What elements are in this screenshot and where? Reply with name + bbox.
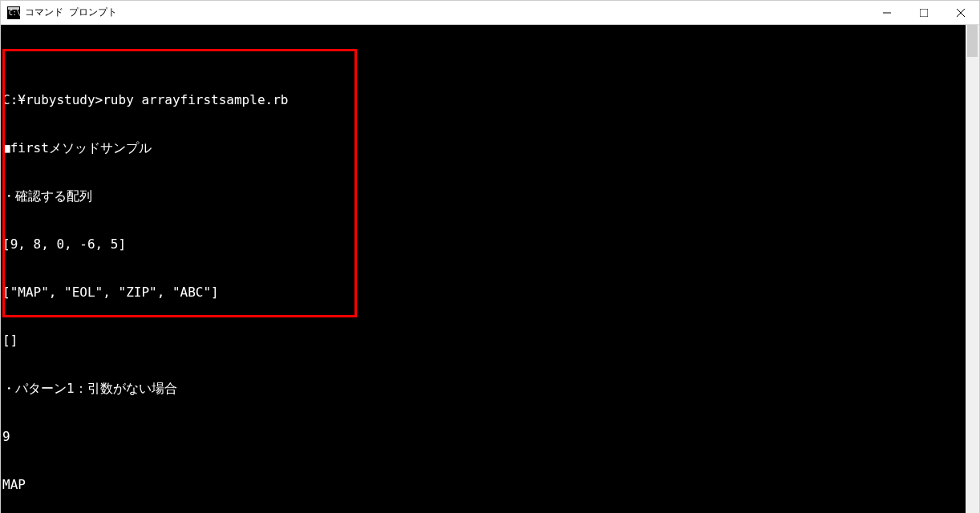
app-icon: C:\	[7, 6, 20, 19]
vertical-scrollbar[interactable]	[966, 25, 979, 513]
close-button[interactable]	[942, 1, 979, 25]
terminal-line: ■firstメソッドサンプル	[2, 140, 966, 156]
terminal-line: ・パターン1：引数がない場合	[2, 381, 966, 397]
terminal-line: []	[2, 333, 966, 349]
terminal-content[interactable]: C:¥rubystudy>ruby arrayfirstsample.rb ■f…	[1, 25, 966, 513]
terminal-area: C:¥rubystudy>ruby arrayfirstsample.rb ■f…	[1, 25, 979, 513]
terminal-line: MAP	[2, 477, 966, 493]
window-title: コマンド プロンプト	[25, 6, 869, 19]
terminal-line: ["MAP", "EOL", "ZIP", "ABC"]	[2, 285, 966, 301]
terminal-line: ・確認する配列	[2, 188, 966, 204]
command-prompt-window: C:\ コマンド プロンプト	[0, 0, 980, 513]
terminal-line: 9	[2, 429, 966, 445]
titlebar[interactable]: C:\ コマンド プロンプト	[1, 1, 979, 25]
scrollbar-thumb[interactable]	[967, 25, 978, 57]
maximize-button[interactable]	[905, 1, 942, 25]
window-controls	[869, 1, 979, 24]
minimize-button[interactable]	[869, 1, 905, 25]
svg-rect-4	[920, 9, 928, 17]
terminal-line: C:¥rubystudy>ruby arrayfirstsample.rb	[2, 92, 966, 108]
svg-text:C:\: C:\	[9, 10, 20, 17]
terminal-line: [9, 8, 0, -6, 5]	[2, 236, 966, 252]
